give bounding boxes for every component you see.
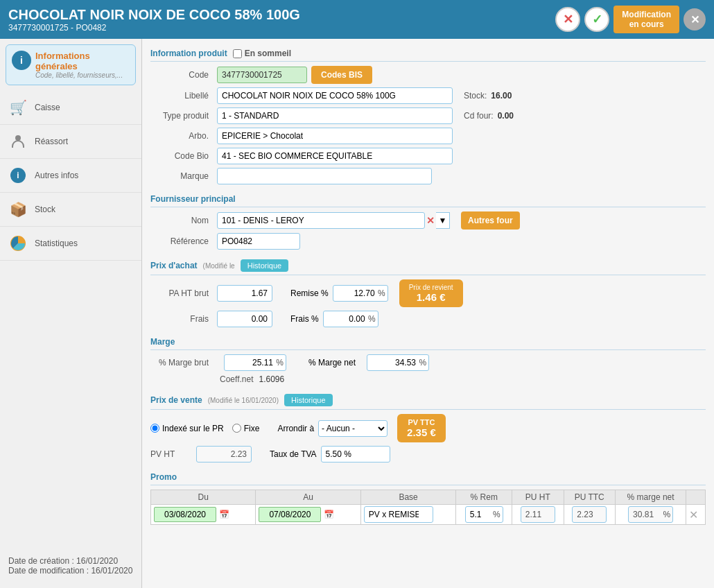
arbo-row: Arbo. EPICERIE > Chocolat — [150, 128, 706, 144]
code-input[interactable] — [217, 67, 307, 83]
codes-bis-button[interactable]: Codes BIS — [311, 66, 372, 84]
indexe-radio-label[interactable]: Indexé sur le PR — [150, 424, 224, 433]
libelle-input[interactable] — [217, 87, 453, 104]
marge-brut-wrap: % — [224, 354, 286, 371]
remise-pct-wrap: % — [333, 285, 388, 302]
reference-input[interactable] — [217, 233, 300, 250]
remise-pct-input[interactable] — [333, 285, 388, 302]
promo-base-dropdown: PV x REMISE — [364, 506, 433, 523]
pv-ht-input — [196, 446, 252, 462]
taux-tva-select[interactable]: 5.50 % — [321, 446, 390, 462]
promo-rem-input[interactable] — [465, 506, 503, 523]
sidebar-item-autres-infos[interactable]: i Autres infos — [0, 159, 141, 193]
sidebar-item-informations-generales[interactable]: i Informations générales Code, libellé, … — [6, 44, 136, 85]
reassort-icon — [8, 132, 28, 151]
arrondi-select[interactable]: - Aucun - — [318, 420, 388, 437]
code-row: Code Codes BIS — [150, 66, 706, 84]
section-promo: Promo — [150, 468, 706, 485]
info-produit-label: Information produit — [150, 49, 227, 58]
pa-ht-brut-input[interactable] — [217, 285, 272, 302]
en-sommeil-checkbox[interactable] — [233, 49, 242, 58]
modifie-label: (Modifié le — [203, 262, 235, 270]
nom-row: Nom ✕ ▼ Autres four — [150, 211, 706, 230]
coeff-row: Coeff.net 1.6096 — [150, 374, 706, 384]
code-bio-label: Code Bio — [150, 151, 213, 161]
historique-achat-button[interactable]: Historique — [241, 259, 289, 272]
frais-pct-input[interactable] — [323, 311, 378, 327]
promo-du-input[interactable] — [154, 507, 216, 522]
promo-base-cell: PV x REMISE — [360, 505, 456, 525]
cd-four-label: Cd four: — [464, 111, 494, 121]
type-produit-dropdown-wrap: 1 - STANDARD — [217, 107, 453, 124]
historique-vente-button[interactable]: Historique — [284, 394, 333, 406]
type-produit-label: Type produit — [150, 111, 213, 121]
sidebar-item-statistiques[interactable]: Statistiques — [0, 227, 141, 261]
prix-revient-value: 1.46 € — [409, 291, 453, 303]
sidebar-item-reassort[interactable]: Réassort — [0, 125, 141, 159]
marge-net-input[interactable] — [367, 354, 429, 371]
arrondi-dropdown-wrap: - Aucun - — [318, 420, 388, 437]
code-bio-select[interactable]: 41 - SEC BIO COMMERCE EQUITABLE — [217, 148, 453, 164]
arbo-select[interactable]: EPICERIE > Chocolat — [217, 128, 453, 144]
cd-four-value: 0.00 — [498, 111, 514, 121]
main-panel: Information produit En sommeil Code Code… — [142, 39, 714, 588]
promo-au-input[interactable] — [259, 507, 321, 522]
promo-pu-ht-input — [521, 506, 555, 523]
indexe-radio[interactable] — [150, 424, 159, 433]
promo-pu-ht-cell — [512, 505, 564, 525]
promo-au-calendar-btn[interactable]: 📅 — [322, 510, 336, 519]
header-buttons: ✕ ✓ Modification en cours ✕ — [555, 6, 706, 33]
clear-nom-button[interactable]: ✕ — [426, 215, 435, 226]
en-sommeil-checkbox-label[interactable]: En sommeil — [233, 49, 291, 58]
promo-base-header: Base — [360, 490, 456, 505]
promo-au-cell: 📅 — [256, 505, 360, 525]
sidebar: i Informations générales Code, libellé, … — [0, 39, 142, 588]
svg-point-0 — [15, 135, 21, 141]
marque-select[interactable] — [217, 168, 432, 184]
marge-label: Marge — [150, 337, 175, 347]
en-sommeil-label: En sommeil — [245, 49, 291, 58]
taux-tva-label: Taux de TVA — [270, 449, 317, 459]
ok-header-button[interactable]: ✓ — [584, 7, 609, 32]
autres-four-button[interactable]: Autres four — [461, 211, 520, 230]
delete-promo-button[interactable]: ✕ — [689, 508, 698, 521]
modification-button[interactable]: Modification en cours — [613, 6, 679, 33]
promo-del-header — [686, 490, 706, 505]
fixe-radio-label[interactable]: Fixe — [232, 424, 260, 433]
taux-tva-dropdown-wrap: 5.50 % — [321, 446, 390, 462]
sidebar-info-title: Informations générales — [35, 51, 130, 71]
frais-row: Frais Frais % % — [150, 311, 706, 327]
modification-date: Date de modification : 16/01/2020 — [8, 566, 133, 576]
section-prix-achat: Prix d'achat (Modifié le Historique — [150, 255, 706, 275]
nom-dropdown-button[interactable]: ▼ — [436, 212, 450, 229]
sidebar-item-stock[interactable]: 📦 Stock — [0, 193, 141, 227]
close-button[interactable]: ✕ — [683, 8, 706, 31]
header: CHOCOLAT NOIR NOIX DE COCO 58% 100G 3477… — [0, 0, 714, 39]
prix-vente-radio-row: Indexé sur le PR Fixe Arrondir à - Aucun… — [150, 414, 706, 442]
marge-brut-input[interactable] — [224, 354, 286, 371]
stock-label: Stock: — [464, 91, 487, 101]
promo-pu-ttc-input — [572, 506, 607, 523]
promo-table: Du Au Base % Rem PU HT PU TTC % marge ne… — [150, 490, 706, 525]
content-area: i Informations générales Code, libellé, … — [0, 39, 714, 588]
stock-icon: 📦 — [8, 200, 28, 219]
promo-base-select[interactable]: PV x REMISE — [364, 506, 433, 523]
radio-group: Indexé sur le PR Fixe — [150, 424, 259, 433]
frais-input[interactable] — [217, 311, 272, 327]
sidebar-info-subtitle: Code, libellé, fournisseurs,... — [35, 71, 130, 79]
fixe-radio[interactable] — [232, 424, 241, 433]
type-produit-select[interactable]: 1 - STANDARD — [217, 107, 453, 124]
coeff-net-label: Coeff.net — [220, 374, 253, 384]
cancel-header-button[interactable]: ✕ — [555, 7, 580, 32]
promo-du-calendar-btn[interactable]: 📅 — [218, 510, 231, 519]
sidebar-item-caisse[interactable]: 🛒 Caisse — [0, 91, 141, 125]
cart-icon: 🛒 — [8, 98, 28, 117]
pv-ht-row: PV HT Taux de TVA 5.50 % — [150, 446, 706, 462]
marge-brut-label: % Marge brut — [150, 358, 213, 368]
reference-row: Référence — [150, 233, 706, 250]
header-title: CHOCOLAT NOIR NOIX DE COCO 58% 100G 3477… — [8, 7, 300, 33]
promo-row: 📅 📅 PV x REMISE — [151, 505, 706, 525]
prix-vente-modifie: (Modifié le 16/01/2020) — [208, 397, 279, 404]
nom-input[interactable] — [217, 212, 425, 229]
sidebar-label-autres-infos: Autres infos — [35, 171, 78, 180]
